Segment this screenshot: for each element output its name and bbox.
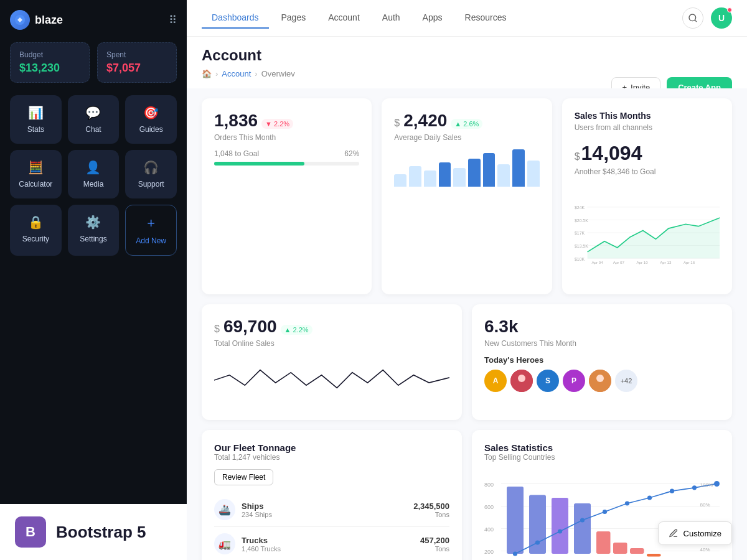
- sales-goal: Another $48,346 to Goal: [575, 167, 720, 176]
- svg-rect-35: [613, 543, 627, 554]
- daily-sales-prefix: $: [394, 118, 400, 129]
- stats-icon: 📊: [28, 105, 44, 120]
- media-icon: 👤: [85, 160, 101, 175]
- topnav-right: U: [682, 7, 732, 29]
- user-avatar[interactable]: U: [711, 7, 732, 29]
- svg-point-1: [689, 14, 696, 21]
- notification-dot: [727, 7, 732, 12]
- sidebar-item-calculator[interactable]: 🧮 Calculator: [10, 150, 62, 198]
- svg-point-44: [647, 495, 652, 500]
- avatar-initials: U: [718, 13, 725, 23]
- sales-value: 14,094: [581, 142, 642, 165]
- orders-main: 1,836 ▼ 2.2%: [214, 111, 359, 131]
- svg-text:Apr 07: Apr 07: [613, 260, 624, 264]
- orders-progress-row: 1,048 to Goal 62%: [214, 149, 359, 158]
- sidebar-item-chat[interactable]: 💬 Chat: [68, 95, 120, 144]
- sidebar-item-settings[interactable]: ⚙️ Settings: [68, 205, 120, 256]
- svg-rect-30: [507, 487, 524, 554]
- svg-point-40: [558, 529, 562, 533]
- breadcrumb-sep1: ›: [215, 69, 218, 78]
- logo-icon: [10, 10, 30, 30]
- ships-value: 2,345,500 Tons: [413, 502, 449, 518]
- topnav-left: Dashboards Pages Account Auth Apps Resou…: [202, 7, 516, 29]
- dashboard: 1,836 ▼ 2.2% Orders This Month 1,048 to …: [187, 88, 747, 560]
- nav-pages[interactable]: Pages: [271, 7, 316, 29]
- hero-avatar-2: [510, 370, 533, 392]
- settings-label: Settings: [80, 235, 106, 243]
- calculator-icon: 🧮: [28, 160, 44, 175]
- svg-point-19: [518, 375, 525, 382]
- heroes-avatars: A S P +42: [484, 370, 720, 392]
- budget-row: Budget $13,230 Spent $7,057: [10, 42, 177, 83]
- online-sales-badge: ▲ 2.2%: [281, 325, 312, 335]
- customize-button[interactable]: Customize: [658, 521, 732, 545]
- sidebar-item-support[interactable]: 🎧 Support: [125, 150, 177, 198]
- sales-month-title: Sales This Months: [575, 111, 720, 121]
- budget-card: Budget $13,230: [10, 42, 90, 83]
- svg-text:$10K: $10K: [575, 257, 585, 261]
- fleet-subtitle: Total 1,247 vehicles: [214, 453, 449, 462]
- support-label: Support: [138, 180, 164, 189]
- add-new-label: Add New: [136, 236, 166, 245]
- sales-line-chart: $24K $20.5K $17K $13.5K $10K: [575, 186, 720, 279]
- nav-apps[interactable]: Apps: [413, 7, 453, 29]
- bar-5: [453, 168, 466, 187]
- trucks-name: Trucks: [242, 536, 420, 545]
- review-fleet-button[interactable]: Review Fleet: [214, 469, 273, 485]
- customize-label: Customize: [684, 529, 721, 538]
- orders-goal-pct: 62%: [344, 149, 359, 158]
- bar-6: [468, 159, 481, 187]
- hero-avatar-4: P: [563, 370, 585, 392]
- online-sales-label: Total Online Sales: [214, 339, 449, 348]
- sidebar-item-stats[interactable]: 📊 Stats: [10, 95, 62, 144]
- fleet-title: Our Fleet Tonnage: [214, 442, 449, 453]
- bar-3: [424, 170, 436, 187]
- bootstrap-icon: B: [15, 516, 46, 548]
- sidebar-item-media[interactable]: 👤 Media: [68, 150, 120, 198]
- sidebar-item-add-new[interactable]: + Add New: [125, 205, 177, 256]
- hero-avatar-5: [589, 370, 611, 392]
- calculator-label: Calculator: [19, 180, 52, 189]
- ships-unit: Tons: [413, 511, 449, 518]
- menu-icon[interactable]: ⠿: [169, 13, 177, 27]
- search-button[interactable]: [682, 7, 703, 29]
- sales-dollar: $: [575, 151, 580, 162]
- svg-text:Apr 13: Apr 13: [660, 260, 672, 264]
- breadcrumb-home[interactable]: 🏠: [202, 69, 212, 78]
- online-sales-value: 69,700: [223, 317, 277, 337]
- trucks-icon: 🚛: [214, 533, 235, 554]
- ships-info: Ships 234 Ships: [242, 502, 413, 518]
- sidebar-item-guides[interactable]: 🎯 Guides: [125, 95, 177, 144]
- bar-10: [527, 161, 540, 187]
- svg-rect-33: [574, 503, 591, 554]
- metrics-row: 1,836 ▼ 2.2% Orders This Month 1,048 to …: [202, 88, 732, 294]
- online-prefix: $: [214, 324, 220, 335]
- second-row: $ 69,700 ▲ 2.2% Total Online Sales 6.3k …: [202, 304, 732, 420]
- bar-8: [497, 164, 510, 187]
- svg-rect-32: [552, 498, 568, 554]
- online-sales-card: $ 69,700 ▲ 2.2% Total Online Sales: [202, 304, 462, 420]
- nav-resources[interactable]: Resources: [455, 7, 517, 29]
- heroes-section: Today's Heroes A S P +42: [484, 355, 720, 392]
- nav-account[interactable]: Account: [318, 7, 370, 29]
- nav-dashboards[interactable]: Dashboards: [202, 7, 269, 29]
- bar-7: [483, 153, 496, 187]
- fleet-card: Our Fleet Tonnage Total 1,247 vehicles R…: [202, 430, 462, 560]
- ships-count: 234 Ships: [242, 511, 413, 518]
- svg-rect-36: [630, 548, 644, 554]
- customize-icon: [669, 528, 679, 538]
- page-header: Account 🏠 › Account › Overwiev + Invite …: [187, 37, 747, 88]
- nav-auth[interactable]: Auth: [372, 7, 410, 29]
- sidebar-item-security[interactable]: 🔒 Security: [10, 205, 62, 256]
- orders-value: 1,836: [214, 111, 258, 131]
- heroes-title: Today's Heroes: [484, 355, 720, 365]
- bar-2: [409, 166, 421, 187]
- svg-text:Apr 04: Apr 04: [591, 260, 603, 264]
- sidebar: blaze ⠿ Budget $13,230 Spent $7,057 📊 St…: [0, 0, 187, 560]
- sales-month-card: Sales This Months Users from all channel…: [562, 98, 732, 294]
- svg-rect-37: [647, 554, 661, 557]
- orders-label: Orders This Month: [214, 133, 359, 142]
- breadcrumb-account[interactable]: Account: [222, 69, 251, 78]
- svg-text:$17K: $17K: [575, 231, 585, 235]
- svg-text:400: 400: [484, 526, 494, 533]
